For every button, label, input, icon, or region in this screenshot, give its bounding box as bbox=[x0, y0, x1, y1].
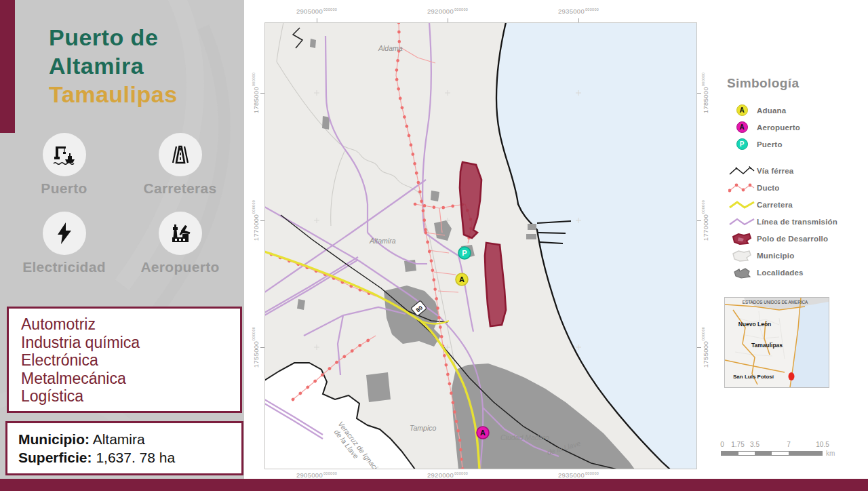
industry-list-box: Automotriz Industria química Electrónica… bbox=[7, 307, 242, 413]
label-altamira: Altamira bbox=[369, 237, 396, 245]
legend-item-localidades: Localidades bbox=[727, 264, 863, 281]
municipality-box: Municipio: Altamira Superficie: 1,637. 7… bbox=[5, 421, 243, 475]
map-y-tick-label: 1770000000000 bbox=[701, 200, 709, 241]
legend: Simbología A Aduana A Aeropuerto P Puert… bbox=[727, 76, 863, 281]
maroon-accent-bar bbox=[0, 0, 15, 133]
map-x-tick-label: 2905000000000 bbox=[296, 7, 337, 15]
map-x-tick-label: 2905000000000 bbox=[296, 471, 337, 479]
inset-label-usa: ESTADOS UNIDOS DE AMERICA bbox=[743, 300, 808, 305]
map-x-tick-label: 2935000000000 bbox=[558, 471, 599, 479]
feature-label: Electricidad bbox=[22, 259, 106, 275]
title-line-1: Puerto de bbox=[49, 23, 178, 52]
label-ciudad-madero: Ciudad Madero bbox=[500, 433, 549, 441]
ducto-line-icon bbox=[727, 182, 757, 194]
legend-item-linea-transmision: Línea de transmisión bbox=[727, 213, 863, 230]
legend-item-municipio: Municipio bbox=[727, 247, 863, 264]
feature-label: Puerto bbox=[41, 180, 87, 197]
title-line-2: Altamira bbox=[49, 52, 178, 80]
inset-locator-map: ESTADOS UNIDOS DE AMERICA Nuevo León Tam… bbox=[724, 297, 829, 388]
feature-grid: Puerto Carreteras bbox=[12, 133, 232, 275]
grid-tick bbox=[697, 220, 701, 221]
scale-bar: 0 1.75 3.5 7 10.5 km bbox=[721, 441, 836, 460]
map-x-tick-label: 2935000000000 bbox=[558, 7, 599, 15]
legend-item-via-ferrea: Vía férrea bbox=[727, 162, 863, 179]
aduana-marker: A bbox=[456, 273, 468, 286]
municipio-label: Municipio: bbox=[18, 431, 90, 447]
grid-tick bbox=[697, 93, 701, 94]
transmission-line-icon bbox=[727, 216, 757, 228]
map-x-tick-label: 2920000000000 bbox=[427, 471, 468, 479]
railway-line-icon bbox=[727, 165, 757, 177]
airport-icon bbox=[159, 212, 202, 255]
map-x-tick-label: 2920000000000 bbox=[427, 7, 468, 15]
puerto-marker: P bbox=[458, 247, 471, 259]
grid-tick bbox=[697, 347, 701, 348]
carretera-line-icon bbox=[727, 199, 757, 211]
svg-text:A: A bbox=[480, 429, 486, 437]
scale-bar-unit: km bbox=[826, 450, 835, 457]
map-y-tick-label: 1785000000000 bbox=[252, 73, 259, 113]
title-subtitle: Tamaulipas bbox=[49, 80, 178, 109]
aeropuerto-point-icon: A bbox=[727, 121, 757, 133]
infographic-page: Puerto de Altamira Tamaulipas bbox=[0, 0, 868, 491]
municipio-area-icon bbox=[727, 248, 757, 263]
feature-aeropuerto: Aeropuerto bbox=[128, 212, 232, 275]
puerto-point-icon: P bbox=[727, 138, 757, 150]
industry-item: Industria química bbox=[21, 334, 240, 352]
map-y-tick-label: 1755000000000 bbox=[252, 327, 259, 368]
legend-item-carretera: Carretera bbox=[727, 196, 863, 213]
industry-item: Metalmecánica bbox=[21, 370, 240, 388]
map-y-tick-label: 1755000000000 bbox=[701, 327, 709, 368]
inset-location-dot bbox=[789, 372, 795, 380]
inset-label-nuevo-leon: Nuevo León bbox=[738, 321, 772, 328]
aduana-point-icon: A bbox=[727, 104, 757, 116]
legend-item-ducto: Ducto bbox=[727, 179, 863, 196]
municipio-line: Municipio: Altamira bbox=[18, 430, 241, 448]
legend-item-aeropuerto: A Aeropuerto bbox=[727, 119, 863, 136]
polo-area-icon bbox=[727, 231, 757, 246]
industry-item: Logística bbox=[21, 387, 240, 406]
feature-label: Aeropuerto bbox=[140, 259, 219, 275]
superficie-value: 1,637. 78 ha bbox=[96, 450, 175, 465]
inset-label-slp: San Luis Potosí bbox=[733, 374, 774, 380]
superficie-label: Superficie: bbox=[18, 450, 92, 465]
feature-electricidad: Electricidad bbox=[12, 212, 116, 275]
bottom-maroon-bar bbox=[0, 479, 868, 491]
label-aldama: Aldama bbox=[378, 44, 403, 52]
highway-icon bbox=[159, 133, 202, 176]
svg-text:P: P bbox=[462, 249, 467, 257]
label-tampico: Tampico bbox=[410, 424, 436, 432]
page-title: Puerto de Altamira Tamaulipas bbox=[49, 23, 178, 109]
municipio-value: Altamira bbox=[93, 431, 145, 447]
map-y-tick-label: 1785000000000 bbox=[701, 73, 709, 113]
inset-label-tamaulipas: Tamaulipas bbox=[751, 342, 783, 349]
svg-text:A: A bbox=[459, 275, 465, 283]
localidades-area-icon bbox=[727, 265, 757, 280]
map-y-tick-label: 1770000000000 bbox=[252, 200, 259, 241]
legend-item-aduana: A Aduana bbox=[727, 102, 863, 119]
main-map: Aldama Altamira Tampico Ciudad Madero Ve… bbox=[264, 22, 697, 469]
industry-item: Automotriz bbox=[21, 315, 240, 334]
sidebar: Puerto de Altamira Tamaulipas bbox=[0, 0, 244, 479]
feature-label: Carreteras bbox=[143, 180, 216, 197]
legend-item-polo: Polo de Desarrollo bbox=[727, 230, 863, 247]
lightning-icon bbox=[43, 212, 86, 255]
feature-carreteras: Carreteras bbox=[128, 133, 232, 197]
industry-item: Electrónica bbox=[21, 351, 240, 370]
superficie-line: Superficie: 1,637. 78 ha bbox=[18, 448, 241, 467]
legend-title: Simbología bbox=[727, 76, 863, 91]
map-canvas: Aldama Altamira Tampico Ciudad Madero Ve… bbox=[264, 22, 697, 469]
port-crane-ship-icon bbox=[43, 133, 86, 176]
scale-bar-segments bbox=[721, 451, 823, 456]
aeropuerto-marker: A bbox=[477, 427, 489, 439]
feature-puerto: Puerto bbox=[12, 133, 116, 197]
legend-item-puerto: P Puerto bbox=[727, 136, 863, 153]
